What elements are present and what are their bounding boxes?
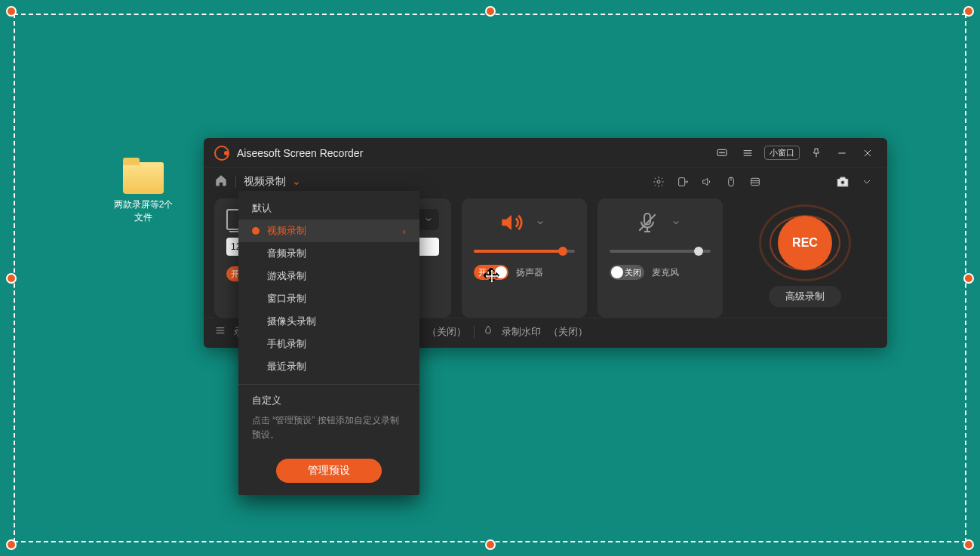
mic-slider[interactable] bbox=[610, 250, 711, 253]
status1-suffix: （关闭） bbox=[427, 325, 466, 339]
speaker-toggle[interactable]: 开启 bbox=[474, 265, 508, 280]
dropdown-item-3[interactable]: 窗口录制 bbox=[238, 287, 419, 310]
status2-suffix: （关闭） bbox=[548, 325, 588, 339]
mic-dropdown[interactable] bbox=[665, 212, 687, 233]
dropdown-default-header: 默认 bbox=[238, 198, 419, 220]
dropdown-item-label: 视频录制 bbox=[267, 224, 306, 238]
mic-label: 麦克风 bbox=[652, 266, 679, 279]
titlebar: Aiseesoft Screen Recorder 小窗口 bbox=[204, 138, 887, 168]
mic-card: 关闭 麦克风 bbox=[598, 198, 723, 318]
dropdown-item-5[interactable]: 手机录制 bbox=[238, 333, 419, 355]
svg-point-3 bbox=[723, 152, 724, 152]
dropdown-item-4[interactable]: 摄像头录制 bbox=[238, 310, 419, 333]
marquee-handle-bl[interactable] bbox=[6, 539, 17, 550]
svg-rect-12 bbox=[679, 178, 685, 186]
status2-label[interactable]: 录制水印 bbox=[502, 325, 541, 339]
bullet-icon bbox=[252, 272, 260, 280]
marquee-handle-tl[interactable] bbox=[6, 6, 17, 17]
bullet-icon bbox=[252, 340, 260, 348]
marquee-handle-tc[interactable] bbox=[485, 6, 496, 17]
marquee-handle-mr[interactable] bbox=[963, 273, 974, 284]
record-card: REC 高级录制 bbox=[733, 198, 877, 318]
export-button[interactable] bbox=[674, 174, 691, 190]
menu-button[interactable] bbox=[739, 144, 757, 162]
plan-icon[interactable] bbox=[214, 324, 226, 339]
dropdown-item-1[interactable]: 音频录制 bbox=[238, 242, 419, 265]
pin-button[interactable] bbox=[807, 144, 825, 162]
screenshot-dropdown[interactable] bbox=[859, 174, 875, 190]
bullet-icon bbox=[252, 363, 260, 370]
dropdown-separator bbox=[238, 384, 419, 385]
microphone-muted-icon bbox=[634, 209, 661, 236]
watermark-icon bbox=[482, 324, 494, 339]
dropdown-item-6[interactable]: 最近录制 bbox=[238, 355, 419, 378]
bullet-icon bbox=[252, 250, 260, 257]
dropdown-custom-header: 自定义 bbox=[238, 391, 419, 409]
bullet-icon bbox=[252, 227, 260, 235]
feedback-button[interactable] bbox=[713, 144, 731, 162]
desktop-folder-label: 两款录屏等2个文件 bbox=[109, 198, 177, 224]
svg-point-18 bbox=[841, 180, 845, 184]
dropdown-item-label: 最近录制 bbox=[267, 360, 306, 373]
mic-toggle[interactable]: 关闭 bbox=[610, 265, 644, 280]
dropdown-item-label: 音频录制 bbox=[267, 247, 306, 260]
manage-presets-button[interactable]: 管理预设 bbox=[276, 459, 382, 483]
record-button[interactable]: REC bbox=[759, 204, 851, 281]
marquee-handle-ml[interactable] bbox=[6, 273, 17, 284]
dropdown-item-label: 摄像头录制 bbox=[267, 315, 316, 328]
settings-button[interactable] bbox=[650, 174, 667, 190]
mode-dropdown[interactable]: 视频录制 ⌄ bbox=[244, 175, 301, 189]
desktop-folder[interactable]: 两款录屏等2个文件 bbox=[109, 162, 177, 224]
bullet-icon bbox=[252, 295, 260, 303]
svg-rect-15 bbox=[751, 178, 760, 185]
dropdown-custom-hint: 点击 “管理预设” 按钮添加自定义录制预设。 bbox=[238, 409, 419, 450]
app-title: Aiseesoft Screen Recorder bbox=[237, 147, 363, 159]
speaker-slider[interactable] bbox=[474, 250, 575, 253]
speaker-label: 扬声器 bbox=[516, 266, 543, 279]
speaker-dropdown[interactable] bbox=[530, 212, 551, 233]
divider bbox=[235, 176, 236, 188]
minimize-button[interactable] bbox=[833, 144, 851, 162]
dropdown-item-0[interactable]: 视频录制› bbox=[238, 220, 419, 242]
small-window-button[interactable]: 小窗口 bbox=[764, 146, 800, 160]
mouse-button[interactable] bbox=[723, 174, 739, 190]
marquee-handle-tr[interactable] bbox=[963, 6, 974, 17]
chevron-down-icon: ⌄ bbox=[292, 175, 301, 187]
marquee-handle-bc[interactable] bbox=[485, 539, 496, 550]
home-button[interactable] bbox=[214, 174, 228, 190]
app-logo-icon bbox=[214, 146, 229, 161]
list-button[interactable] bbox=[747, 174, 763, 190]
close-button[interactable] bbox=[859, 144, 877, 162]
advanced-record-button[interactable]: 高级录制 bbox=[769, 286, 841, 307]
svg-point-11 bbox=[657, 180, 660, 183]
dropdown-item-label: 游戏录制 bbox=[267, 269, 306, 283]
svg-point-2 bbox=[721, 152, 722, 152]
dropdown-item-label: 窗口录制 bbox=[267, 292, 306, 306]
display-select-chevron[interactable] bbox=[418, 209, 439, 230]
dropdown-item-label: 手机录制 bbox=[267, 337, 306, 351]
marquee-handle-br[interactable] bbox=[963, 539, 974, 550]
screenshot-button[interactable] bbox=[834, 174, 851, 190]
dropdown-item-2[interactable]: 游戏录制 bbox=[238, 265, 419, 287]
speaker-icon bbox=[498, 209, 525, 236]
sound-button[interactable] bbox=[699, 174, 715, 190]
svg-point-1 bbox=[720, 152, 720, 152]
bullet-icon bbox=[252, 318, 260, 325]
chevron-right-icon: › bbox=[403, 226, 406, 237]
mode-dropdown-panel: 默认 视频录制›音频录制游戏录制窗口录制摄像头录制手机录制最近录制 自定义 点击… bbox=[238, 191, 419, 495]
folder-icon bbox=[123, 162, 164, 194]
divider bbox=[474, 326, 475, 338]
speaker-card: 开启 扬声器 bbox=[462, 198, 587, 318]
